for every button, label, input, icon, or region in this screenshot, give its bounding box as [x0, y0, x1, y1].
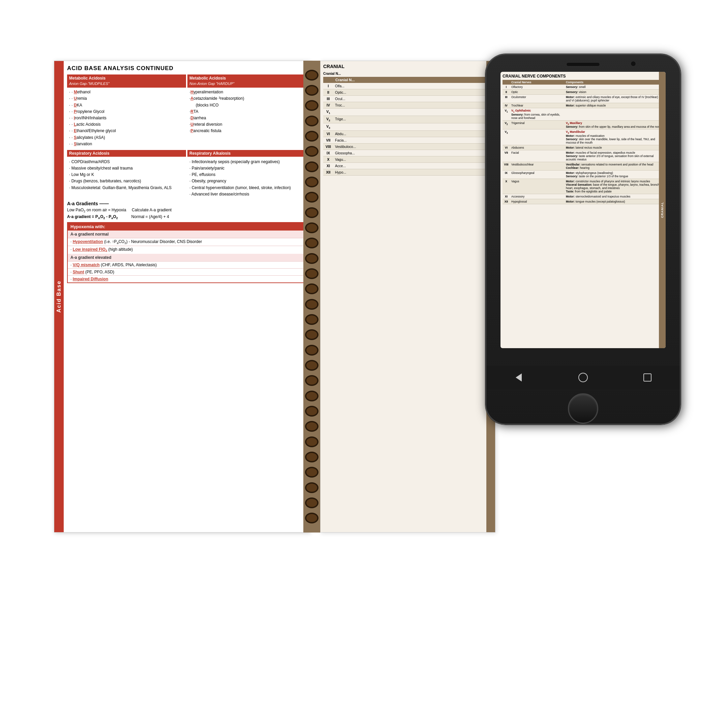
list-item: · RTA: [190, 109, 304, 115]
aa-gradient-line1: Low PaO2 on room air = Hypoxia Calculate…: [67, 208, 306, 213]
phone-cranial-tab-label: CRANIAL: [661, 202, 664, 218]
list-item: · Shunt (PE, PFO, ASD): [68, 268, 306, 275]
metabolic-ag-items: ·· Methanol ·· Uremia ·· DKA ·· Propylen…: [67, 88, 186, 148]
spiral-ring: [305, 85, 318, 96]
home-icon: [578, 373, 588, 382]
spiral-ring: [305, 375, 318, 386]
col-header-nerves: [323, 77, 333, 83]
table-row: VIII Vestibulocochlear Vestibular: sensa…: [503, 162, 664, 171]
list-item: · COPD/asthma/ARDS: [69, 159, 184, 165]
book-page-cranial: Cranial Cranial N... Cranial N... IOlfa.…: [320, 61, 496, 532]
list-item: · Central hyperventilation (tumor, bleed…: [190, 185, 304, 191]
resp-alkalosis-items: · Infection/early sepsis (especially gra…: [187, 158, 306, 199]
list-item: · Infection/early sepsis (especially gra…: [190, 159, 304, 165]
resp-acidosis-header: Respiratory Acidosis: [67, 150, 186, 157]
spiral-ring: [305, 146, 318, 157]
hypoxemia-box: Hypoxemia with: A-a gradient normal · Hy…: [67, 222, 306, 283]
col-header-components: Components: [564, 80, 664, 85]
resp-acidosis-col: Respiratory Acidosis · COPD/asthma/ARDS …: [67, 150, 186, 199]
list-item: · Hyperalimentation: [190, 89, 304, 95]
list-item: · Massive obesity/chest wall trauma: [69, 165, 184, 171]
table-row: VI Abducens Motor: lateral rectus muscle: [503, 145, 664, 150]
aa-gradient-title: A-a Gradients ——: [67, 201, 306, 206]
list-item: · Diarrhea: [190, 115, 304, 121]
respiratory-table: Respiratory Acidosis · COPD/asthma/ARDS …: [67, 150, 306, 199]
phone-screen[interactable]: Cranial Nerve Components 23 Cranial Nerv…: [500, 72, 666, 348]
spiral-ring: [305, 512, 318, 523]
list-item: ·· Methanol: [69, 89, 184, 95]
table-header-row: Cranial Nerves Components: [503, 80, 664, 85]
acid-base-tab-label: Acid Base: [56, 280, 62, 312]
table-row: II Optic Sensory: vision: [503, 90, 664, 95]
aa-gradient-section: A-a Gradients —— Low PaO2 on room air = …: [67, 201, 306, 220]
table-row: V2Trige...: [323, 116, 492, 123]
phone-nav-bar: [486, 366, 680, 389]
table-row: I Olfactory Sensory: smell: [503, 85, 664, 90]
list-item: · Low Mg or K: [69, 171, 184, 178]
phone-screen-content: Cranial Nerve Components 23 Cranial Nerv…: [500, 72, 666, 206]
list-item: · Acetazolamide (blocks HCO3 reabsorptio…: [190, 95, 304, 108]
list-item: ·· Propylene Glycol: [69, 109, 184, 115]
spiral-ring: [305, 268, 318, 279]
phone-speaker: [566, 62, 600, 66]
list-item: ·· Lactic Acidosis: [69, 121, 184, 128]
spiral-ring: [305, 314, 318, 325]
table-row: VIIFacia...: [323, 137, 492, 144]
spiral-ring: [305, 222, 318, 233]
resp-acidosis-items: · COPD/asthma/ARDS · Massive obesity/che…: [67, 158, 186, 193]
spiral-ring: [305, 329, 318, 340]
spiral-ring: [305, 238, 318, 248]
list-item: · V/Q mismatch (CHF, ARDS, PNA, Atelecta…: [68, 261, 306, 268]
table-row: XVagu...: [323, 156, 492, 163]
table-row: IOlfa...: [323, 83, 492, 89]
spiral-ring: [305, 70, 318, 81]
list-item: ·· Ethanol/Ethylene glycol: [69, 128, 184, 134]
metabolic-acidosis-nag-col: Metabolic Acidosis Non-Anion Gap "HARDUP…: [187, 75, 306, 148]
table-row: IIOptic...: [323, 89, 492, 96]
table-row: XIIHypo...: [323, 169, 492, 176]
spiral-ring: [305, 421, 318, 432]
list-item: ·· DKA: [69, 102, 184, 109]
book-spiral: [303, 61, 320, 532]
phone-body: Cranial Nerve Components 23 Cranial Nerv…: [485, 54, 681, 425]
list-item: · Ureteral diversion: [190, 121, 304, 128]
home-button[interactable]: [577, 372, 589, 383]
spiral-ring: [305, 161, 318, 172]
spiral-ring: [305, 192, 318, 203]
aa-formula: A-a gradient = PAO2 - PaO2 Normal = (Age…: [67, 214, 306, 220]
book-content: Acid Base Analysis Continued Metabolic A…: [64, 61, 310, 287]
table-row: VIAbdu...: [323, 131, 492, 137]
list-item: · Pain/anxiety/panic: [190, 165, 304, 171]
spiral-ring: [305, 283, 318, 294]
table-row: XII Hypoglossal Motor: tongue muscles (e…: [503, 199, 664, 204]
spiral-ring: [305, 299, 318, 310]
recent-apps-button[interactable]: [642, 372, 653, 383]
table-row: IX Glossopharyngeal Motor: stylopharynge…: [503, 171, 664, 179]
list-item: · Drugs (benzos, barbiturates, narcotics…: [69, 178, 184, 184]
ag-subheader: Anion Gap-"MUDPILES": [69, 81, 110, 86]
spiral-ring: [305, 100, 318, 111]
spiral-ring: [305, 207, 318, 218]
back-icon: [515, 373, 522, 382]
cranial-nerve-table: Cranial N... IOlfa... IIOptic... IIIOcul…: [323, 77, 492, 176]
metabolic-acidosis-ag-col: Metabolic Acidosis Anion Gap-"MUDPILES" …: [67, 75, 186, 148]
hypoxemia-title: Hypoxemia with:: [68, 223, 306, 231]
recent-icon: [643, 373, 652, 382]
table-row: X Vagus Motor: constrictor muscles of ph…: [503, 179, 664, 194]
cranial-content: Cranial Cranial N... Cranial N... IOlfa.…: [321, 61, 495, 178]
aa-elevated-header: A-a gradient elevated: [68, 254, 306, 261]
phone-cranial-title: Cranial Nerve Components: [503, 74, 566, 78]
resp-alkalosis-header: Respiratory Alkalosis: [187, 150, 306, 157]
table-row: IV Trochlear Motor: superior oblique mus…: [503, 103, 664, 108]
list-item: · Pancreatic fistula: [190, 128, 304, 134]
back-button[interactable]: [513, 372, 525, 383]
table-row: IIIOcul...: [323, 96, 492, 102]
list-item: ·· Uremia: [69, 95, 184, 102]
phone-home-physical-button[interactable]: [568, 393, 598, 424]
book-page-title: Acid Base Analysis Continued: [67, 65, 306, 72]
list-item: · Impaired Diffusion: [68, 275, 306, 283]
spiral-ring: [305, 177, 318, 187]
list-item: · Advanced liver disease/cirrhosis: [190, 191, 304, 197]
spiral-ring: [305, 497, 318, 508]
spiral-ring: [305, 131, 318, 142]
